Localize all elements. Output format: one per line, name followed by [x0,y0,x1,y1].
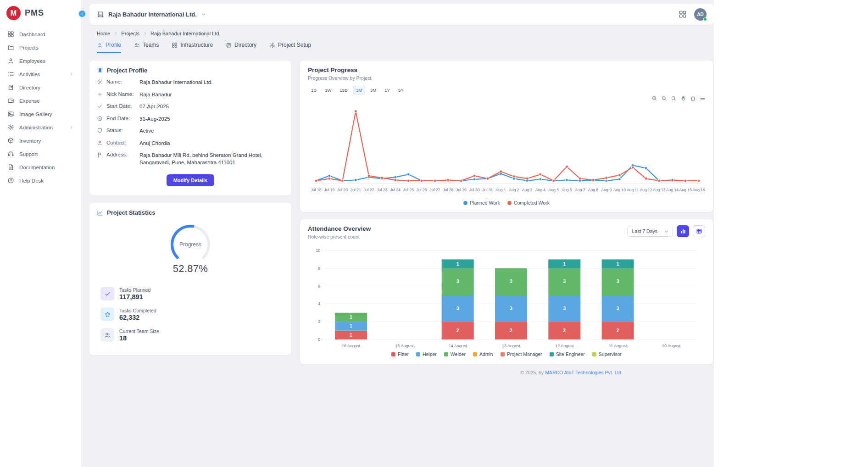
legend-item-welder[interactable]: Welder [444,351,466,357]
field-label: Status: [106,128,136,133]
sidebar-item-documentation[interactable]: Documentation [0,161,81,174]
profile-field-contact: Contact:Anuj Chordia [97,140,284,147]
sidebar-item-image-gallery[interactable]: Image Gallery [0,107,81,121]
company-selector[interactable]: Raja Bahadur International Ltd. [97,11,206,18]
selection-zoom-button[interactable] [671,95,677,101]
legend-item-admin[interactable]: Admin [473,351,493,357]
svg-text:0: 0 [318,337,320,342]
user-avatar[interactable]: AD [694,8,707,21]
line-chart[interactable]: Jul 18Jul 19Jul 20Jul 21Jul 22Jul 23Jul … [308,101,705,199]
svg-text:Aug 9: Aug 9 [601,188,612,192]
project-statistics-card: Project Statistics Progress 52.87% Tasks… [89,203,291,355]
table-view-icon [696,228,702,234]
legend-item-helper[interactable]: Helper [416,351,437,357]
footer-link[interactable]: MARCO AIoT Technologies Pvt. Ltd. [545,370,623,375]
svg-text:10: 10 [316,248,320,253]
sidebar-item-activities[interactable]: Activities [0,67,81,81]
svg-text:Jul 21: Jul 21 [351,188,361,192]
dashboard-icon [7,31,14,38]
svg-text:1: 1 [350,323,352,328]
bar-chart[interactable]: 024681011116 August15 August233114 Augus… [308,247,705,350]
svg-text:Aug 16: Aug 16 [692,188,705,192]
sidebar-item-label: Dashboard [19,32,45,37]
bookmark-icon [97,67,103,74]
range-button-5y[interactable]: 5Y [395,86,407,95]
breadcrumb-item[interactable]: Home [97,31,110,36]
range-button-1d[interactable]: 1D [308,86,320,95]
legend-item-planned-work[interactable]: Planned Work [463,200,500,206]
chevron-right-icon [113,31,118,36]
sidebar-item-projects[interactable]: Projects [0,41,81,54]
chart-view-button[interactable] [677,225,689,237]
chevron-right-icon [143,31,147,36]
brand-name: PMS [25,8,44,18]
brand[interactable]: M PMS [0,0,81,28]
breadcrumb-item[interactable]: Projects [121,31,139,36]
svg-text:Aug 5: Aug 5 [548,188,559,192]
range-button-1y[interactable]: 1Y [381,86,393,95]
tab-project-setup[interactable]: Project Setup [269,42,311,53]
avatar-initials: AD [697,12,703,17]
zoom-out-button[interactable] [661,95,667,101]
employees-icon [7,57,14,64]
field-value: Raja Bahadur International Ltd. [139,79,212,86]
apps-grid-button[interactable] [679,10,687,18]
svg-text:3: 3 [456,306,459,311]
svg-text:Jul 27: Jul 27 [429,188,440,192]
svg-text:2: 2 [456,328,459,333]
company-name: Raja Bahadur International Ltd. [108,11,197,18]
sidebar-item-inventory[interactable]: Inventory [0,134,81,147]
legend-item-site-engineer[interactable]: Site Engineer [550,351,585,357]
tab-directory[interactable]: Directory [226,42,256,53]
sidebar-item-dashboard[interactable]: Dashboard [0,28,81,41]
tab-profile[interactable]: Profile [97,42,121,53]
svg-text:Jul 25: Jul 25 [403,188,414,192]
attendance-titles: Attendance Overview Role-wise present co… [308,225,371,239]
legend-item-project-manager[interactable]: Project Manager [501,351,542,357]
sidebar-item-employees[interactable]: Employees [0,54,81,67]
svg-text:Jul 19: Jul 19 [324,188,334,192]
legend-item-completed-work[interactable]: Completed Work [507,200,550,206]
sidebar-item-label: Activities [19,72,40,77]
stat-value: 117,891 [119,293,150,300]
legend-item-fitter[interactable]: Fitter [391,351,409,357]
sidebar-item-label: Expense [19,98,40,104]
sidebar-collapse-button[interactable] [78,10,86,18]
reset-zoom-icon [690,95,696,101]
range-button-1w[interactable]: 1W [322,86,334,95]
sidebar-item-directory[interactable]: Directory [0,81,81,94]
svg-text:Aug 8: Aug 8 [588,188,599,192]
brand-logo: M [6,6,21,20]
menu-button[interactable] [700,95,706,101]
check-icon [97,103,103,109]
table-view-button[interactable] [693,225,705,237]
svg-text:10 August: 10 August [662,344,681,348]
zoom-in-button[interactable] [651,95,657,101]
broadcast-icon [97,91,103,97]
svg-text:4: 4 [318,301,320,306]
sidebar-item-expense[interactable]: Expense [0,94,81,107]
stat-value: 18 [119,334,159,342]
field-label: Address: [106,152,136,157]
pan-button[interactable] [680,95,686,101]
legend-item-supervisor[interactable]: Supervisor [592,351,622,357]
sidebar-item-support[interactable]: Support [0,147,81,161]
modify-details-button[interactable]: Modify Details [167,174,215,186]
sidebar-item-help-desk[interactable]: Help Desk [0,174,81,187]
sidebar-item-administration[interactable]: Administration [0,121,81,134]
date-range-select[interactable]: Last 7 Days [627,226,673,237]
svg-text:16 August: 16 August [342,344,361,348]
reset-zoom-button[interactable] [690,95,696,101]
range-button-3m[interactable]: 3M [367,86,379,95]
attendance-overview-card: Attendance Overview Role-wise present co… [300,219,713,364]
svg-text:13 August: 13 August [502,344,521,348]
range-button-15d[interactable]: 15D [336,86,351,95]
range-button-1m[interactable]: 1M [353,86,365,95]
field-value: Raja Bahadur Mill Rd, behind Sheraton Gr… [139,152,278,166]
tab-infrastructure[interactable]: Infrastructure [172,42,213,53]
profile-field-nick-name: Nick Name:Raja Bahadur [97,91,284,99]
circle-x-icon [97,116,103,122]
attendance-title: Attendance Overview [308,225,371,232]
svg-text:2: 2 [617,328,619,333]
tab-teams[interactable]: Teams [134,42,159,53]
